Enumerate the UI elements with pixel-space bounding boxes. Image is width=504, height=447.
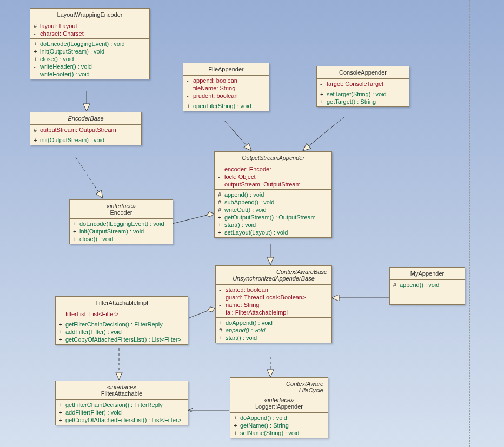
class-output-stream-appender[interactable]: OutputStreamAppender -encoder: Encoder -…: [214, 151, 332, 238]
class-unsynchronized-appender-base[interactable]: ContextAwareBaseUnsynchronizedAppenderBa…: [215, 265, 332, 343]
class-name: MyAppender: [394, 270, 460, 277]
class-name: ConsoleAppender: [321, 69, 404, 76]
class-name: Encoder: [74, 209, 168, 216]
class-console-appender[interactable]: ConsoleAppender -target: ConsoleTarget +…: [316, 66, 409, 107]
interface-filter-attachable[interactable]: «interface»FilterAttachable +getFilterCh…: [55, 381, 188, 425]
operations: +doEncode(ILoggingEvent) : void +init(Ou…: [30, 39, 149, 79]
svg-line-3: [303, 117, 344, 151]
class-name: Logger::Appender: [235, 403, 323, 410]
svg-line-1: [76, 157, 103, 198]
svg-line-2: [224, 120, 251, 151]
class-layout-wrapping-encoder[interactable]: LayoutWrappingEncoder #layout: Layout -c…: [30, 8, 150, 79]
class-name: LayoutWrappingEncoder: [35, 11, 145, 18]
interface-logger-appender[interactable]: ContextAwareLifeCycle «interface»Logger:…: [230, 377, 328, 438]
class-encoder-base[interactable]: EncoderBase #outputStream: OutputStream …: [30, 112, 142, 145]
class-name: FilterAttachable: [60, 390, 183, 397]
class-name: UnsynchronizedAppenderBase: [220, 275, 327, 282]
class-name: FilterAttachableImpl: [60, 299, 183, 306]
class-filter-attachable-impl[interactable]: FilterAttachableImpl -filterList: List<F…: [55, 296, 188, 345]
class-my-appender[interactable]: MyAppender #append() : void: [389, 267, 465, 305]
canvas-divider-horizontal: [0, 443, 504, 443]
class-name: OutputStreamAppender: [219, 155, 327, 161]
class-name: FileAppender: [188, 66, 264, 72]
canvas-divider-vertical: [469, 0, 470, 447]
interface-encoder[interactable]: «interface»Encoder +doEncode(ILoggingEve…: [69, 199, 173, 244]
class-name: EncoderBase: [35, 115, 137, 122]
attributes: #layout: Layout -charset: Charset: [30, 21, 149, 39]
class-file-appender[interactable]: FileAppender -append: boolean -fileName:…: [183, 63, 269, 111]
